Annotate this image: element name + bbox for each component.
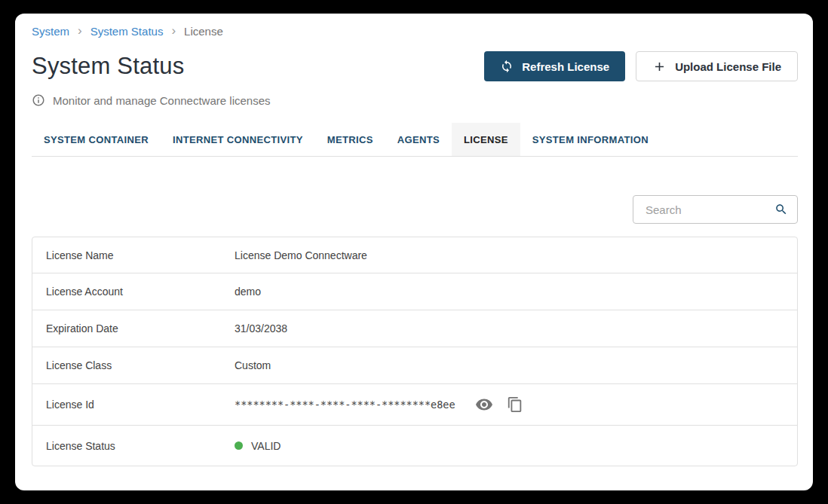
- masked-license-id: ********-****-****-****-********e8ee: [235, 399, 455, 411]
- table-row-license-id: License Id ********-****-****-****-*****…: [32, 384, 797, 426]
- tab-system-container[interactable]: SYSTEM CONTAINER: [32, 123, 161, 156]
- refresh-license-label: Refresh License: [522, 60, 609, 73]
- refresh-license-button[interactable]: Refresh License: [484, 51, 625, 81]
- table-row-license-status: License Status VALID: [32, 426, 797, 466]
- title-row: System Status Refresh License Upload Lic…: [32, 51, 798, 81]
- chevron-right-icon: ›: [171, 24, 176, 37]
- row-label: License Id: [32, 399, 235, 411]
- breadcrumb-current-license: License: [184, 25, 223, 38]
- copy-license-id-button[interactable]: [507, 396, 523, 413]
- search-input[interactable]: [633, 195, 798, 224]
- breadcrumb-link-system[interactable]: System: [32, 25, 69, 38]
- row-value: Custom: [235, 359, 271, 371]
- header-actions: Refresh License Upload License File: [484, 51, 798, 81]
- search-box: [633, 195, 798, 224]
- row-value: VALID: [235, 440, 281, 452]
- refresh-icon: [500, 60, 514, 73]
- upload-license-file-button[interactable]: Upload License File: [636, 51, 798, 81]
- tab-internet-connectivity[interactable]: INTERNET CONNECTIVITY: [161, 123, 315, 156]
- row-value: demo: [235, 286, 261, 298]
- tab-license[interactable]: LICENSE: [452, 123, 520, 156]
- search-row: [32, 195, 798, 224]
- table-row-license-class: License Class Custom: [32, 347, 797, 384]
- info-icon: [32, 93, 45, 107]
- row-value: 31/03/2038: [235, 322, 287, 334]
- tab-system-information[interactable]: SYSTEM INFORMATION: [520, 123, 661, 156]
- status-badge: VALID: [251, 440, 281, 452]
- plus-icon: [652, 60, 667, 74]
- eye-icon: [475, 396, 493, 414]
- search-icon: [774, 203, 788, 219]
- page-title: System Status: [32, 53, 184, 80]
- copy-icon: [507, 396, 523, 413]
- page-subtitle-row: Monitor and manage Connectware licenses: [32, 93, 798, 107]
- system-status-card: System › System Status › License System …: [15, 14, 813, 490]
- table-row-license-name: License Name License Demo Connectware: [32, 237, 797, 273]
- row-label: Expiration Date: [32, 322, 235, 334]
- upload-license-file-label: Upload License File: [675, 60, 781, 73]
- row-label: License Account: [32, 286, 235, 298]
- page-subtitle: Monitor and manage Connectware licenses: [53, 94, 271, 107]
- license-table: License Name License Demo Connectware Li…: [32, 237, 798, 466]
- row-label: License Name: [32, 249, 235, 261]
- breadcrumb: System › System Status › License: [32, 25, 798, 38]
- status-dot: [235, 441, 243, 450]
- tab-agents[interactable]: AGENTS: [385, 123, 452, 156]
- row-label: License Status: [32, 440, 235, 452]
- tab-metrics[interactable]: METRICS: [315, 123, 385, 156]
- row-value: ********-****-****-****-********e8ee: [235, 396, 523, 414]
- tab-bar: SYSTEM CONTAINER INTERNET CONNECTIVITY M…: [32, 123, 798, 157]
- row-label: License Class: [32, 359, 235, 371]
- breadcrumb-link-system-status[interactable]: System Status: [90, 25, 164, 38]
- row-value: License Demo Connectware: [235, 249, 367, 261]
- table-row-license-account: License Account demo: [32, 273, 797, 310]
- table-row-expiration-date: Expiration Date 31/03/2038: [32, 310, 797, 347]
- chevron-right-icon: ›: [78, 24, 82, 37]
- reveal-license-id-button[interactable]: [475, 396, 493, 414]
